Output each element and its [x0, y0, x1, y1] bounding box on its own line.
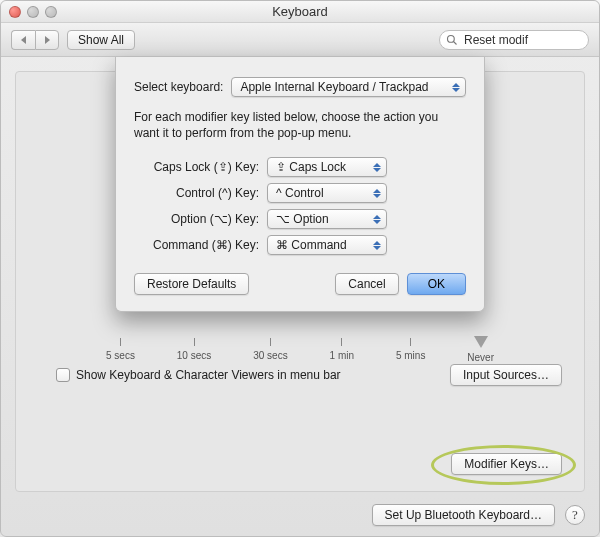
forward-button[interactable] [35, 30, 59, 50]
option-key-label: Option (⌥) Key: [134, 212, 259, 226]
footer: Set Up Bluetooth Keyboard… ? [372, 504, 585, 526]
select-keyboard-value: Apple Internal Keyboard / Trackpad [240, 80, 428, 94]
modifier-keys-button[interactable]: Modifier Keys… [451, 453, 562, 475]
back-button[interactable] [11, 30, 35, 50]
input-sources-button[interactable]: Input Sources… [450, 364, 562, 386]
toolbar: Show All ✕ [1, 23, 599, 57]
command-key-label: Command (⌘) Key: [134, 238, 259, 252]
cancel-button[interactable]: Cancel [335, 273, 398, 295]
ok-button[interactable]: OK [407, 273, 466, 295]
chevron-updown-icon [450, 83, 461, 92]
slider-thumb-icon[interactable] [474, 336, 488, 348]
search-icon [446, 34, 458, 46]
chevron-updown-icon [371, 189, 382, 198]
show-viewers-checkbox[interactable] [56, 368, 70, 382]
svg-point-0 [448, 35, 455, 42]
svg-line-1 [454, 41, 457, 44]
delay-slider-ticks: 5 secs 10 secs 30 secs 1 min 5 mins Neve… [106, 338, 494, 363]
show-viewers-label: Show Keyboard & Character Viewers in men… [76, 368, 341, 382]
capslock-key-value: ⇪ Caps Lock [276, 160, 346, 174]
sheet-buttons: Restore Defaults Cancel OK [134, 273, 466, 295]
control-key-popup[interactable]: ^ Control [267, 183, 387, 203]
modifier-keys-sheet: Select keyboard: Apple Internal Keyboard… [115, 57, 485, 312]
tick-label: 30 secs [253, 350, 287, 361]
capslock-key-popup[interactable]: ⇪ Caps Lock [267, 157, 387, 177]
window-title: Keyboard [1, 4, 599, 19]
close-icon[interactable] [9, 6, 21, 18]
restore-defaults-button[interactable]: Restore Defaults [134, 273, 249, 295]
titlebar: Keyboard [1, 1, 599, 23]
minimize-icon[interactable] [27, 6, 39, 18]
show-all-button[interactable]: Show All [67, 30, 135, 50]
tick-label: 5 mins [396, 350, 425, 361]
option-key-popup[interactable]: ⌥ Option [267, 209, 387, 229]
window-controls [9, 6, 57, 18]
bluetooth-keyboard-button[interactable]: Set Up Bluetooth Keyboard… [372, 504, 555, 526]
tick-label: 1 min [330, 350, 354, 361]
command-key-value: ⌘ Command [276, 238, 347, 252]
tick-label: 5 secs [106, 350, 135, 361]
select-keyboard-label: Select keyboard: [134, 80, 223, 94]
sheet-description: For each modifier key listed below, choo… [134, 109, 466, 141]
preferences-window: Keyboard Show All ✕ 5 secs 10 secs 30 se… [0, 0, 600, 537]
control-key-value: ^ Control [276, 186, 324, 200]
chevron-updown-icon [371, 241, 382, 250]
control-key-label: Control (^) Key: [134, 186, 259, 200]
command-key-popup[interactable]: ⌘ Command [267, 235, 387, 255]
nav-buttons [11, 30, 59, 50]
chevron-updown-icon [371, 163, 382, 172]
zoom-icon[interactable] [45, 6, 57, 18]
help-button[interactable]: ? [565, 505, 585, 525]
capslock-key-label: Caps Lock (⇪) Key: [134, 160, 259, 174]
option-key-value: ⌥ Option [276, 212, 329, 226]
search-input[interactable] [462, 32, 600, 48]
chevron-updown-icon [371, 215, 382, 224]
show-viewers-row: Show Keyboard & Character Viewers in men… [56, 368, 341, 382]
tick-label: Never [467, 352, 494, 363]
select-keyboard-popup[interactable]: Apple Internal Keyboard / Trackpad [231, 77, 466, 97]
search-field[interactable]: ✕ [439, 30, 589, 50]
tick-label: 10 secs [177, 350, 211, 361]
